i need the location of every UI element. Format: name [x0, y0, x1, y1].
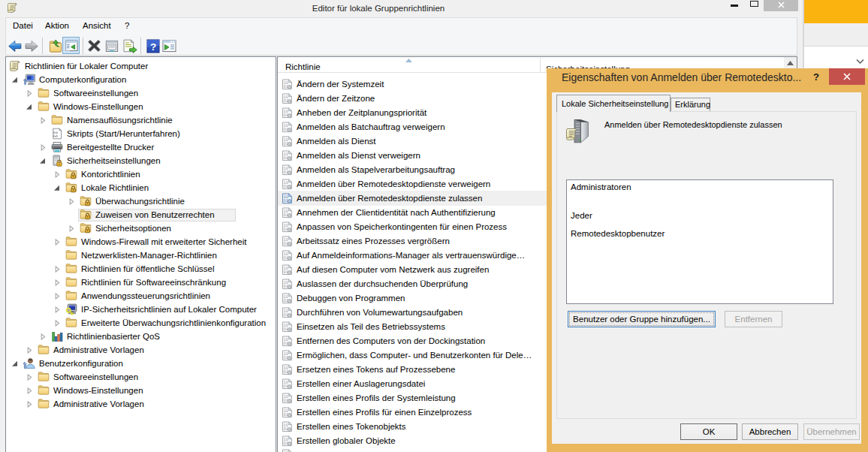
- svg-text:?: ?: [150, 41, 156, 53]
